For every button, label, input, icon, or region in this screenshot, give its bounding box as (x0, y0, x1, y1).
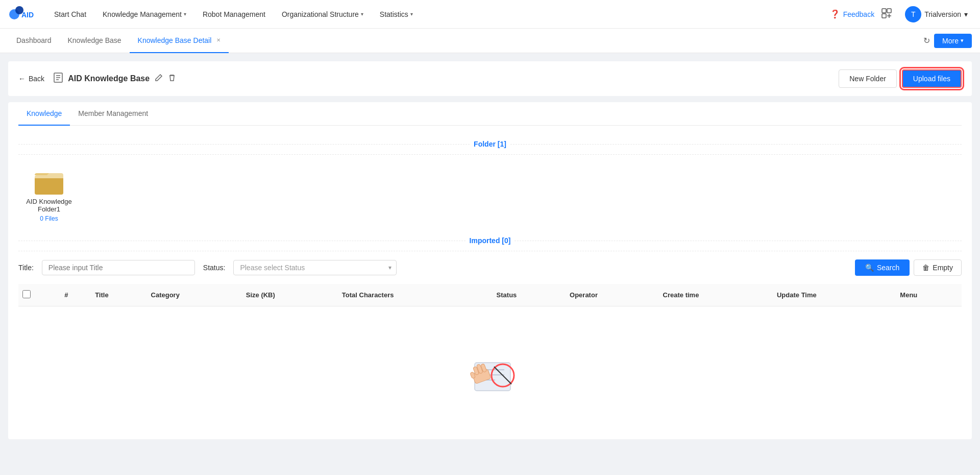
edit-icon[interactable] (155, 74, 163, 84)
imported-table: # Title Category Size (KB) Total Charact… (18, 284, 962, 306)
title-filter-input[interactable] (42, 260, 195, 275)
nav-items: Start Chat Knowledge Management ▾ Robot … (47, 6, 826, 22)
section-line-left (18, 241, 465, 241)
back-arrow-icon: ← (18, 75, 26, 83)
folder-item[interactable]: AID Knowledge Folder1 0 Files (18, 167, 80, 222)
question-icon: ❓ (830, 9, 840, 19)
section-line-left (18, 144, 470, 145)
svg-rect-4 (887, 9, 891, 13)
top-nav: AID Start Chat Knowledge Management ▾ Ro… (0, 0, 980, 29)
content-card: Knowledge Member Management Folder [1] (8, 102, 972, 439)
search-button[interactable]: 🔍 Search (855, 259, 910, 276)
tab-bar: Dashboard Knowledge Base Knowledge Base … (0, 29, 980, 53)
tab-knowledge-base-detail[interactable]: Knowledge Base Detail ✕ (130, 29, 229, 53)
tab-knowledge-base[interactable]: Knowledge Base (60, 29, 130, 53)
tab-bar-right: ↻ More ▾ (923, 34, 972, 48)
trash-icon: 🗑 (922, 264, 929, 272)
nav-right: ❓ Feedback T Trialversion ▾ (830, 4, 972, 25)
imported-section-header: Imported [0] (18, 230, 962, 251)
section-line-right (514, 241, 962, 241)
svg-rect-3 (882, 9, 886, 13)
folder-section: Folder [1] AID Knowledge Folder1 0 Files (18, 134, 962, 230)
kb-title: AID Knowledge Base (68, 74, 150, 83)
chevron-down-icon: ▾ (184, 11, 186, 17)
knowledge-base-icon (53, 72, 64, 86)
table-header-category: Category (147, 284, 242, 306)
more-button[interactable]: More ▾ (934, 34, 972, 48)
folder-icon (33, 167, 65, 196)
title-filter-label: Title: (18, 264, 34, 272)
delete-icon[interactable] (168, 74, 176, 84)
close-icon[interactable]: ✕ (216, 37, 220, 43)
logo: AID (8, 4, 35, 25)
nav-start-chat[interactable]: Start Chat (47, 6, 93, 22)
filter-row: Title: Status: Please select Status ▾ 🔍 … (18, 259, 962, 276)
tab-dashboard[interactable]: Dashboard (8, 29, 60, 53)
tab-member-management[interactable]: Member Management (70, 102, 156, 126)
back-button[interactable]: ← Back (18, 75, 44, 83)
table-header-status: Status (493, 284, 566, 306)
folder-section-title: Folder [1] (474, 140, 506, 148)
table-wrap: # Title Category Size (KB) Total Charact… (18, 284, 962, 429)
folder-name: AID Knowledge Folder1 (18, 198, 80, 213)
table-header-checkbox (18, 284, 60, 306)
user-menu-button[interactable]: T Trialversion ▾ (901, 4, 972, 25)
nav-statistics[interactable]: Statistics ▾ (373, 6, 420, 22)
table-header-title: Title (91, 284, 146, 306)
table-header-index: # (60, 284, 91, 306)
chevron-down-icon: ▾ (361, 11, 363, 17)
table-header-size: Size (KB) (242, 284, 338, 306)
folder-grid: AID Knowledge Folder1 0 Files (18, 163, 962, 230)
new-folder-button[interactable]: New Folder (839, 69, 897, 88)
page-header: ← Back AID Knowledge Base New (8, 61, 972, 96)
main-content: ← Back AID Knowledge Base New (0, 53, 980, 447)
table-header-total-chars: Total Characters (338, 284, 493, 306)
chevron-down-icon: ▾ (961, 37, 964, 44)
chevron-down-icon: ▾ (964, 10, 968, 18)
search-icon: 🔍 (865, 264, 874, 272)
content-tabs: Knowledge Member Management (18, 102, 962, 126)
svg-rect-5 (882, 14, 886, 18)
table-header-operator: Operator (566, 284, 659, 306)
folder-section-header: Folder [1] (18, 134, 962, 155)
nav-robot-management[interactable]: Robot Management (195, 6, 273, 22)
select-all-checkbox[interactable] (22, 290, 31, 298)
chevron-down-icon: ▾ (410, 11, 413, 17)
empty-button[interactable]: 🗑 Empty (914, 259, 962, 276)
imported-section: Imported [0] Title: Status: Please selec… (18, 230, 962, 429)
section-line-right (510, 144, 962, 145)
status-filter-wrap: Please select Status ▾ (233, 260, 397, 275)
table-header-row: # Title Category Size (KB) Total Charact… (18, 284, 962, 306)
nav-knowledge-management[interactable]: Knowledge Management ▾ (95, 6, 193, 22)
folder-count: 0 Files (40, 215, 58, 222)
status-filter-label: Status: (203, 264, 226, 272)
feedback-button[interactable]: ❓ Feedback (830, 9, 874, 19)
translate-icon[interactable] (880, 7, 895, 21)
empty-state (18, 306, 962, 429)
table-header-menu: Menu (896, 284, 962, 306)
upload-files-button[interactable]: Upload files (902, 69, 962, 88)
imported-section-title: Imported [0] (470, 236, 511, 245)
nav-org-structure[interactable]: Organizational Structure ▾ (275, 6, 371, 22)
empty-illustration (449, 337, 531, 398)
avatar: T (905, 6, 921, 22)
refresh-icon[interactable]: ↻ (923, 36, 930, 45)
table-header-create-time: Create time (659, 284, 773, 306)
svg-text:AID: AID (21, 11, 34, 19)
status-filter-select[interactable]: Please select Status (233, 260, 397, 275)
header-actions: New Folder Upload files (839, 69, 962, 88)
table-header-update-time: Update Time (773, 284, 896, 306)
filter-actions: 🔍 Search 🗑 Empty (855, 259, 962, 276)
tab-knowledge[interactable]: Knowledge (18, 102, 70, 126)
